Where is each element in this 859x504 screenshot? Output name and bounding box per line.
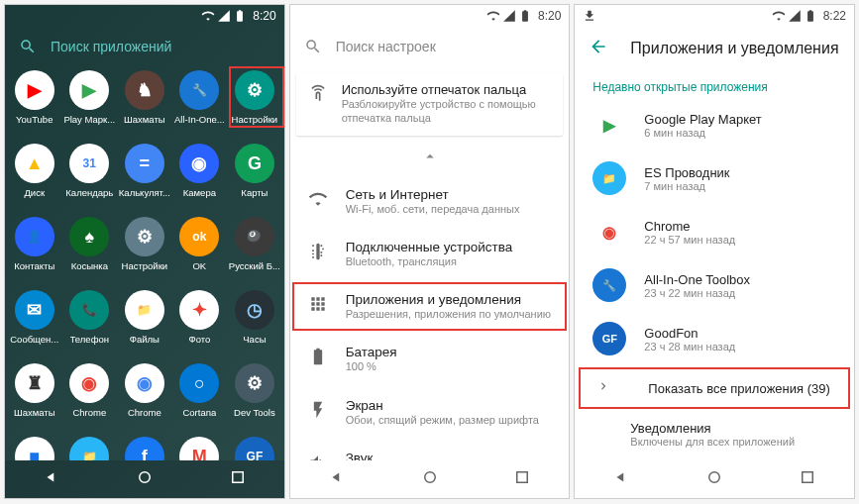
- recent-app-1[interactable]: 📁 ES Проводник 7 мин назад: [575, 151, 854, 205]
- app-label: Календарь: [65, 187, 113, 198]
- app-icon-шахматы[interactable]: ♞ Шахматы: [117, 70, 172, 144]
- app-glyph-icon: ■: [15, 437, 54, 460]
- phone-apps-notifications: 8:22 Приложения и уведомления Недавно от…: [574, 4, 855, 499]
- app-glyph-icon: ▶: [15, 70, 54, 110]
- app-icon-chrome[interactable]: ◉ Chrome: [117, 363, 172, 437]
- app-icon-косынка[interactable]: ♠ Косынка: [62, 217, 118, 290]
- app-search-bar[interactable]: Поиск приложений: [5, 27, 284, 66]
- app-glyph-icon: f: [125, 437, 164, 460]
- setting-sub: Bluetooth, трансляция: [346, 254, 513, 268]
- nav-home-icon[interactable]: [136, 468, 154, 490]
- app-icon-русский-б-[interactable]: 🎱 Русский Б...: [227, 217, 282, 290]
- search-placeholder: Поиск приложений: [51, 39, 171, 54]
- app-label: Настройки: [122, 260, 168, 271]
- nav-back-icon[interactable]: [612, 468, 630, 490]
- app-glyph-icon: ◉: [69, 363, 109, 403]
- recent-app-3[interactable]: 🔧 All-In-One Toolbox 23 ч 22 мин назад: [575, 258, 854, 312]
- recent-app-icon: GF: [592, 322, 626, 355]
- recent-app-icon: 🔧: [592, 268, 626, 302]
- battery-icon: [233, 9, 247, 23]
- recent-app-2[interactable]: ◉ Chrome 22 ч 57 мин назад: [575, 205, 854, 258]
- setting-item-5[interactable]: Звук Звук, вибрация, режим «Не беспокоит…: [290, 439, 570, 460]
- wifi-icon: [772, 9, 786, 23]
- app-grid: ▶ YouTube▶ Play Марк...♞ Шахматы🔧 All-In…: [5, 66, 284, 460]
- section-recent-apps: Недавно открытые приложения: [575, 70, 854, 98]
- app-icon-сообщен-[interactable]: ✉ Сообщен...: [7, 290, 62, 363]
- nav-bar: [290, 460, 570, 498]
- screen-header: Приложения и уведомления: [575, 27, 854, 70]
- setting-item-0[interactable]: Сеть и Интернет Wi-Fi, моб. сети, переда…: [290, 175, 570, 228]
- status-bar: 8:20: [5, 5, 284, 27]
- app-glyph-icon: ◉: [179, 144, 219, 183]
- setting-item-1[interactable]: Подключенные устройства Bluetooth, транс…: [290, 228, 570, 280]
- svg-point-0: [140, 472, 151, 483]
- app-glyph-icon: ○: [179, 363, 219, 403]
- nav-back-icon[interactable]: [328, 468, 346, 490]
- app-icon-фото[interactable]: ✦ Фото: [172, 290, 228, 363]
- recent-app-time: 6 мин назад: [644, 127, 761, 139]
- app-icon-настройки[interactable]: ⚙ Настройки: [117, 217, 172, 290]
- app-glyph-icon: ◉: [125, 363, 164, 403]
- app-icon-настройки[interactable]: ⚙ Настройки: [227, 70, 282, 144]
- app-glyph-icon: M: [179, 437, 219, 460]
- app-icon-es-провод-[interactable]: 📁 ES Провод...: [62, 437, 118, 460]
- setting-item-2[interactable]: Приложения и уведомления Разрешения, при…: [290, 280, 570, 333]
- app-label: Файлы: [130, 334, 160, 345]
- recent-app-0[interactable]: ▶ Google Play Маркет 6 мин назад: [575, 98, 854, 151]
- app-icon-календарь[interactable]: 31 Календарь: [62, 144, 118, 217]
- app-glyph-icon: ♞: [125, 70, 164, 110]
- nav-recent-icon[interactable]: [799, 468, 816, 490]
- app-icon-файлы[interactable]: 📁 Файлы: [117, 290, 172, 363]
- status-bar: 8:20: [290, 5, 570, 27]
- app-icon-карты[interactable]: G Карты: [227, 144, 282, 217]
- nav-home-icon[interactable]: [705, 468, 723, 490]
- nav-recent-icon[interactable]: [229, 468, 247, 490]
- app-icon-play-марк-[interactable]: ▶ Play Марк...: [62, 70, 118, 144]
- app-icon-cortana[interactable]: ○ Cortana: [172, 363, 228, 437]
- nav-back-icon[interactable]: [43, 468, 60, 490]
- app-icon-chrome[interactable]: ◉ Chrome: [62, 363, 118, 437]
- app-label: Dev Tools: [234, 407, 275, 418]
- app-icon-goodfon[interactable]: GF GoodFon: [227, 437, 282, 460]
- notifications-item[interactable]: Уведомления Включены для всех приложений: [575, 411, 854, 457]
- app-icon-часы[interactable]: ◷ Часы: [227, 290, 282, 363]
- app-label: Контакты: [14, 260, 54, 271]
- app-icon-dev-tools[interactable]: ⚙ Dev Tools: [227, 363, 282, 437]
- nav-recent-icon[interactable]: [513, 468, 531, 490]
- app-icon-калькулят-[interactable]: = Калькулят...: [117, 144, 172, 217]
- app-icon-камера[interactable]: ◉ Камера: [172, 144, 228, 217]
- recent-app-icon: ◉: [592, 215, 626, 249]
- app-label: Часы: [243, 334, 266, 345]
- app-glyph-icon: ok: [179, 217, 219, 256]
- app-icon-телефон[interactable]: 📞 Телефон: [62, 290, 118, 363]
- fingerprint-card[interactable]: Используйте отпечаток пальца Разблокируй…: [296, 72, 564, 136]
- app-glyph-icon: ✉: [15, 290, 54, 330]
- back-button[interactable]: [589, 37, 608, 60]
- setting-item-3[interactable]: Батарея 100 %: [290, 333, 570, 385]
- collapse-button[interactable]: [290, 142, 570, 175]
- recent-app-4[interactable]: GF GoodFon 23 ч 28 мин назад: [575, 312, 854, 365]
- app-icon-duo[interactable]: ■ Duo: [7, 437, 62, 460]
- app-label: Шахматы: [124, 114, 165, 125]
- search-icon: [304, 38, 322, 55]
- app-icon-facebook[interactable]: f Facebook: [117, 437, 172, 460]
- app-icon-диск[interactable]: ▲ Диск: [7, 144, 62, 217]
- setting-item-4[interactable]: Экран Обои, спящий режим, размер шрифта: [290, 386, 570, 439]
- settings-list: Используйте отпечаток пальца Разблокируй…: [290, 66, 570, 460]
- phone-settings: 8:20 Поиск настроек Используйте отпечато…: [289, 4, 571, 499]
- app-icon-gmail[interactable]: M Gmail: [172, 437, 228, 460]
- show-all-apps-button[interactable]: Показать все приложения (39): [579, 367, 850, 409]
- status-bar: 8:22: [575, 5, 854, 27]
- app-glyph-icon: ▲: [15, 144, 54, 183]
- app-icon-youtube[interactable]: ▶ YouTube: [7, 70, 62, 144]
- setting-title: Батарея: [346, 345, 397, 359]
- app-icon-all-in-one-[interactable]: 🔧 All-In-One...: [172, 70, 228, 144]
- app-icon-ok[interactable]: ok OK: [172, 217, 228, 290]
- app-icon-контакты[interactable]: 👤 Контакты: [7, 217, 62, 290]
- app-icon-шахматы[interactable]: ♜ Шахматы: [7, 363, 62, 437]
- app-label: Косынка: [71, 260, 108, 271]
- app-label: Камера: [183, 187, 216, 198]
- settings-search-bar[interactable]: Поиск настроек: [290, 27, 570, 66]
- app-label: Cortana: [182, 407, 216, 418]
- nav-home-icon[interactable]: [421, 468, 439, 490]
